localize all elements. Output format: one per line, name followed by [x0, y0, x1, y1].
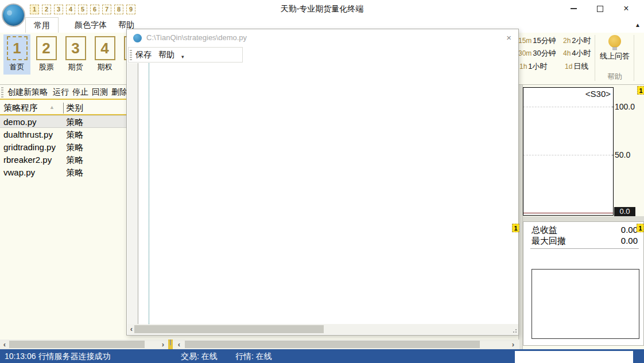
toolbar-overflow-caret-icon[interactable]: ▾: [181, 54, 184, 60]
nav-options-label: 期权: [91, 62, 118, 72]
column-header-program[interactable]: 策略程序: [3, 103, 38, 114]
strategy-name: dualthrust.py: [3, 130, 53, 139]
quote-status: 行情: 在线: [235, 352, 272, 362]
backtest-stats-panel: 总收益 0.00 最大回撤 0.00: [523, 221, 644, 346]
dialog-title-bar[interactable]: C:\TianQin\strategies\demo.py ×: [127, 29, 518, 46]
status-message: 10:13:06 行情服务器连接成功: [5, 352, 110, 362]
dialog-toolbar: 保存 帮助 ▾: [128, 47, 243, 63]
scroll-thumb[interactable]: [185, 341, 480, 348]
nav-home-button[interactable]: 1 首页: [3, 34, 30, 75]
period-15min-button[interactable]: 15m15分钟: [518, 36, 556, 48]
dialog-close-icon[interactable]: ×: [506, 33, 511, 42]
lightbulb-icon: [608, 35, 621, 48]
nav-stocks-button[interactable]: 2 股票: [33, 34, 60, 75]
nav-futures-button[interactable]: 3 期货: [62, 34, 89, 75]
tab-color-font[interactable]: 颜色字体: [67, 17, 115, 33]
strategy-type: 策略: [66, 130, 83, 140]
period-4h-label: 4小时: [572, 49, 591, 57]
close-button[interactable]: ×: [613, 0, 639, 17]
ribbon-separator: [595, 35, 595, 81]
online-qa-label: 线上问答: [597, 51, 633, 61]
tianqin-app-logo-icon[interactable]: [2, 3, 25, 27]
equity-chart: <S30>: [523, 87, 614, 216]
create-strategy-button[interactable]: 创建新策略: [7, 87, 48, 97]
ribbon-separator-2: [634, 35, 634, 81]
close-icon: ×: [623, 4, 629, 13]
period-daily-button[interactable]: 1d日线: [565, 61, 588, 73]
left-panel-hscrollbar[interactable]: ‹ ›: [0, 339, 168, 349]
scroll-right-icon[interactable]: ›: [159, 339, 167, 349]
run-button[interactable]: 运行: [53, 87, 69, 97]
period-1h-code: 1h: [519, 63, 527, 71]
strategy-name: vwap.py: [3, 167, 35, 177]
nav-futures-number: 3: [65, 36, 86, 60]
period-4h-button[interactable]: 4h4小时: [563, 48, 591, 60]
period-30min-button[interactable]: 30m30分钟: [518, 48, 556, 60]
indent-guide-line: [149, 63, 149, 324]
code-editor[interactable]: [127, 63, 518, 324]
title-bar: 1 2 3 4 5 6 7 8 9 天勤-专业期货量化终端 ×: [0, 0, 644, 17]
delete-button[interactable]: 删除: [111, 87, 127, 97]
strategy-name: demo.py: [3, 117, 37, 127]
column-header-type[interactable]: 类别: [63, 103, 83, 114]
horizontal-splitter[interactable]: [523, 216, 644, 221]
window-controls: ×: [560, 0, 639, 17]
period-30min-label: 30分钟: [533, 49, 556, 57]
stat-max-drawdown: 最大回撤 0.00: [532, 236, 638, 246]
file-icon: [133, 34, 142, 42]
stat-label: 最大回撤: [532, 236, 566, 247]
scroll-left-icon[interactable]: ‹: [175, 339, 183, 349]
save-button[interactable]: 保存: [135, 50, 152, 60]
period-15min-code: 15m: [518, 37, 532, 45]
online-qa-button[interactable]: 线上问答: [597, 34, 633, 72]
stat-value: 0.00: [621, 236, 638, 245]
pane-badge-chart[interactable]: 1: [637, 86, 644, 95]
period-1h-button[interactable]: 1h1小时: [519, 61, 548, 73]
period-15min-label: 15分钟: [533, 36, 556, 45]
y-tick-100: 100.0: [615, 102, 635, 111]
help-button[interactable]: 帮助: [158, 50, 174, 60]
period-2h-code: 2h: [563, 37, 571, 45]
dialog-file-path: C:\TianQin\strategies\demo.py: [146, 33, 247, 42]
center-hscrollbar[interactable]: ‹ ›: [173, 339, 519, 349]
stat-value: 0.00: [621, 225, 638, 235]
stop-button[interactable]: 停止: [72, 87, 88, 97]
maximize-button[interactable]: [587, 0, 613, 17]
gridline-100: [523, 107, 613, 107]
stats-empty-chart-box: [532, 269, 639, 339]
tab-common[interactable]: 常用: [25, 17, 59, 33]
y-axis-last-value: 0.0: [614, 207, 635, 216]
nav-options-button[interactable]: 4 期权: [91, 34, 118, 75]
nav-stocks-label: 股票: [33, 62, 60, 72]
resize-grip-icon[interactable]: [511, 327, 517, 333]
period-2h-button[interactable]: 2h2小时: [563, 36, 591, 48]
scroll-right-icon[interactable]: ›: [509, 339, 517, 349]
vertical-splitter[interactable]: [518, 85, 523, 349]
scroll-left-icon[interactable]: ‹: [1, 339, 9, 349]
pane-badge-stats-right[interactable]: 1: [637, 224, 644, 232]
window-title: 天勤-专业期货量化终端: [0, 4, 644, 14]
nav-home-number: 1: [7, 36, 28, 60]
status-blank-field: [515, 351, 633, 363]
scroll-thumb[interactable]: [134, 325, 324, 333]
collapse-ribbon-icon[interactable]: ▲: [635, 22, 641, 28]
toolbar-drag-handle[interactable]: [1, 87, 3, 97]
stat-label: 总收益: [532, 225, 557, 236]
dialog-toolbar-drag-handle[interactable]: [130, 50, 132, 60]
y-tick-50: 50.0: [615, 150, 630, 159]
scroll-thumb[interactable]: [9, 341, 145, 348]
backtest-button[interactable]: 回测: [92, 87, 108, 97]
period-daily-code: 1d: [565, 63, 572, 71]
status-bar: 10:13:06 行情服务器连接成功 交易: 在线 行情: 在线: [0, 349, 644, 363]
sort-ascending-icon[interactable]: ▲: [49, 104, 55, 110]
gridline-50: [523, 155, 613, 155]
editor-gutter: [127, 63, 138, 324]
strategy-name: gridtrading.py: [3, 142, 56, 152]
panel-splitter-gold[interactable]: [168, 339, 173, 349]
nav-stocks-number: 2: [36, 36, 57, 60]
editor-hscrollbar[interactable]: ‹: [127, 324, 518, 334]
minimize-button[interactable]: [560, 0, 587, 17]
strategy-name: rbreaker2.py: [3, 155, 52, 165]
pane-badge-stats-left[interactable]: 1: [512, 224, 519, 232]
nav-options-number: 4: [95, 36, 115, 60]
